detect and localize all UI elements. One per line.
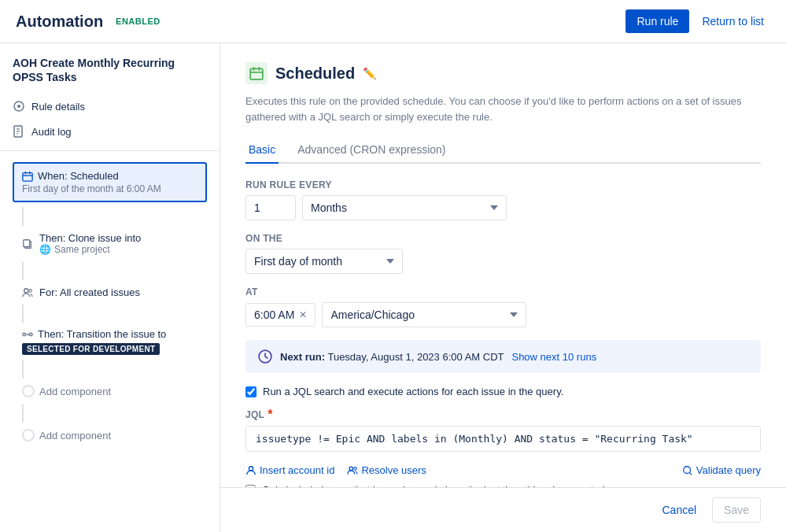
edit-icon[interactable]: ✏️ <box>363 67 376 79</box>
svg-line-27 <box>689 472 692 475</box>
connector-5 <box>22 404 24 423</box>
app-header: Automation ENABLED Run rule Return to li… <box>0 0 786 43</box>
svg-rect-6 <box>23 173 32 182</box>
search-icon <box>682 465 693 476</box>
at-label: At <box>245 286 761 297</box>
add-component-1[interactable]: Add component <box>0 379 220 404</box>
run-rule-every-label: Run rule every <box>245 179 761 190</box>
return-to-list-button[interactable]: Return to list <box>696 9 770 33</box>
next-run-value: Tuesday, August 1, 2023 6:00 AM CDT <box>327 351 504 363</box>
time-remove-icon[interactable]: ✕ <box>299 309 307 320</box>
connector-3 <box>22 305 24 323</box>
svg-line-22 <box>265 357 268 358</box>
tab-basic[interactable]: Basic <box>245 137 279 164</box>
clock-icon <box>258 349 272 364</box>
trigger-sublabel: First day of the month at 6:00 AM <box>22 183 197 194</box>
next-run-label: Next run: Tuesday, August 1, 2023 6:00 A… <box>280 351 504 363</box>
connector-4 <box>22 360 24 379</box>
page-title: Scheduled <box>275 65 355 83</box>
transition-icon <box>22 329 33 340</box>
add-component-2[interactable]: Add component <box>0 423 220 448</box>
run-every-input[interactable] <box>245 195 296 220</box>
jql-actions: Insert account id Resolve users Validate… <box>245 464 761 476</box>
transition-label: Then: Transition the issue to <box>22 328 207 340</box>
workflow-clone-item[interactable]: Then: Clone issue into 🌐 Same project <box>0 226 220 261</box>
for-label: For: All created issues <box>39 286 140 298</box>
cancel-button[interactable]: Cancel <box>655 497 703 523</box>
validate-jql-label: Validate query <box>696 464 761 476</box>
jql-group: JQL * <box>245 408 761 452</box>
people-link-icon <box>347 465 358 476</box>
sidebar-item-audit-log[interactable]: Audit log <box>0 119 220 144</box>
tabs: Basic Advanced (CRON expression) <box>245 137 761 164</box>
insert-account-id-link[interactable]: Insert account id <box>245 464 334 476</box>
main-title-row: Scheduled ✏️ <box>245 62 761 84</box>
trigger-label-text: When: Scheduled <box>38 170 119 182</box>
sidebar-item-audit-log-label: Audit log <box>31 126 72 138</box>
circle-icon <box>13 100 25 113</box>
run-rule-every-row: Months Minutes Hours Days Weeks <box>245 195 761 220</box>
jql-checkbox[interactable] <box>245 386 256 397</box>
connector-2 <box>22 261 24 280</box>
run-rule-button[interactable]: Run rule <box>625 9 689 33</box>
jql-label: JQL * <box>245 408 761 421</box>
svg-point-25 <box>354 467 357 470</box>
svg-rect-16 <box>250 68 263 79</box>
resolve-users-label: Resolve users <box>361 464 426 476</box>
show-next-runs-link[interactable]: Show next 10 runs <box>511 351 596 363</box>
resolve-users-link[interactable]: Resolve users <box>347 464 426 476</box>
scheduled-icon <box>245 62 268 84</box>
at-group: At 6:00 AM ✕ America/Chicago America/New… <box>245 286 761 327</box>
clone-sublabel: 🌐 Same project <box>39 244 141 255</box>
required-indicator: * <box>268 408 273 421</box>
timezone-select[interactable]: America/Chicago America/New_York UTC <box>322 302 526 327</box>
insert-account-id-label: Insert account id <box>260 464 334 476</box>
on-the-select[interactable]: First day of month Last day of month Spe… <box>245 249 403 274</box>
clone-content: Then: Clone issue into 🌐 Same project <box>39 232 141 255</box>
main-content: Scheduled ✏️ Executes this rule on the p… <box>220 43 786 532</box>
sidebar-divider <box>0 150 220 151</box>
sidebar-item-rule-details[interactable]: Rule details <box>0 94 220 119</box>
run-rule-every-group: Run rule every Months Minutes Hours Days… <box>245 179 761 220</box>
svg-point-24 <box>349 467 352 470</box>
workflow-for-item[interactable]: For: All created issues <box>0 280 220 305</box>
circle-add-icon-1 <box>22 385 35 397</box>
on-the-group: On the First day of month Last day of mo… <box>245 233 761 274</box>
interval-select[interactable]: Months Minutes Hours Days Weeks <box>302 195 507 220</box>
sidebar-project-title: AOH Create Monthly Recurring OPSS Tasks <box>0 56 220 94</box>
workflow-trigger-box: When: Scheduled First day of the month a… <box>13 162 207 202</box>
calendar-main-icon <box>249 66 264 80</box>
add-component-label-2: Add component <box>39 430 111 441</box>
doc-icon <box>13 125 25 138</box>
workflow-trigger-item[interactable]: When: Scheduled First day of the month a… <box>0 157 220 207</box>
at-row: 6:00 AM ✕ America/Chicago America/New_Yo… <box>245 302 761 327</box>
add-component-label-1: Add component <box>39 386 111 397</box>
save-button[interactable]: Save <box>712 497 761 523</box>
workflow-transition-item[interactable]: Then: Transition the issue to SELECTED F… <box>0 323 220 360</box>
validate-jql-link[interactable]: Validate query <box>682 464 761 476</box>
main-description: Executes this rule on the provided sched… <box>245 94 761 124</box>
jql-input[interactable] <box>245 426 761 452</box>
status-badge: ENABLED <box>116 17 161 26</box>
people-icon <box>22 287 33 298</box>
sidebar-item-rule-details-label: Rule details <box>31 101 85 113</box>
calendar-icon <box>22 171 33 182</box>
time-value: 6:00 AM <box>254 308 294 321</box>
tab-advanced[interactable]: Advanced (CRON expression) <box>294 137 448 164</box>
header-actions: Run rule Return to list <box>625 9 770 33</box>
on-the-label: On the <box>245 233 761 244</box>
clone-icon <box>22 238 33 249</box>
jql-checkbox-label: Run a JQL search and execute actions for… <box>263 386 563 397</box>
svg-rect-11 <box>24 240 30 247</box>
app-title: Automation <box>16 13 103 31</box>
circle-add-icon-2 <box>22 429 35 441</box>
svg-point-1 <box>17 105 20 108</box>
connector-1 <box>22 207 24 226</box>
clone-label: Then: Clone issue into <box>39 232 141 244</box>
svg-point-13 <box>29 290 32 293</box>
svg-point-12 <box>24 289 28 293</box>
next-run-box: Next run: Tuesday, August 1, 2023 6:00 A… <box>245 340 761 373</box>
svg-point-26 <box>684 466 691 473</box>
svg-point-14 <box>23 333 26 336</box>
next-run-strong: Next run: <box>280 351 325 363</box>
